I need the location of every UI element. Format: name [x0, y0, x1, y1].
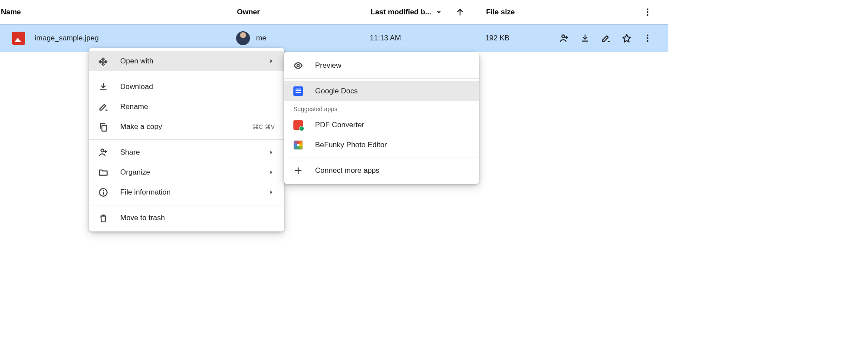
menu-divider — [89, 74, 284, 74]
owner-avatar — [236, 31, 250, 45]
menu-item-organize[interactable]: Organize — [89, 162, 284, 182]
file-last-modified: 11:13 AM — [370, 34, 401, 42]
submenu-item-befunky[interactable]: BeFunky Photo Editor — [284, 135, 479, 155]
menu-item-download[interactable]: Download — [89, 77, 284, 97]
share-icon[interactable] — [559, 33, 569, 43]
person-add-icon — [99, 148, 108, 157]
rename-icon[interactable] — [601, 33, 611, 43]
open-with-submenu: Preview Google Docs Suggested apps PDF C… — [284, 52, 479, 184]
menu-item-move-to-trash[interactable]: Move to trash — [89, 208, 284, 228]
menu-divider — [89, 205, 284, 205]
download-icon[interactable] — [580, 33, 590, 43]
submenu-item-google-docs[interactable]: Google Docs — [284, 81, 479, 101]
menu-divider — [89, 139, 284, 140]
submenu-item-connect-more-apps[interactable]: Connect more apps — [284, 161, 479, 181]
pdf-converter-icon — [293, 120, 303, 130]
copy-icon — [99, 122, 108, 132]
befunky-icon — [293, 140, 303, 150]
submenu-item-preview[interactable]: Preview — [284, 56, 479, 76]
folder-icon — [99, 168, 108, 177]
menu-item-file-information[interactable]: File information — [89, 182, 284, 202]
info-icon — [99, 188, 108, 197]
submenu-item-pdf-converter[interactable]: PDF Converter — [284, 115, 479, 135]
chevron-right-icon — [269, 189, 275, 195]
context-menu: Open with Download Rename Make a copy ⌘C… — [89, 48, 284, 231]
column-header-name[interactable]: Name — [1, 8, 21, 16]
menu-item-rename[interactable]: Rename — [89, 97, 284, 117]
preview-icon — [293, 61, 303, 70]
trash-icon — [99, 213, 108, 223]
star-icon[interactable] — [621, 33, 632, 43]
more-options-icon[interactable] — [642, 7, 653, 17]
submenu-divider — [284, 78, 479, 79]
google-docs-icon — [293, 86, 303, 96]
file-list-header: Name Owner Last modified b... File size — [0, 0, 668, 24]
submenu-divider — [284, 158, 479, 158]
dropdown-icon — [435, 8, 443, 16]
file-size: 192 KB — [485, 34, 510, 42]
more-actions-icon[interactable] — [642, 33, 653, 43]
column-header-last-modified[interactable]: Last modified b... — [371, 8, 443, 16]
chevron-right-icon — [269, 58, 275, 64]
chevron-right-icon — [269, 169, 275, 175]
rename-icon — [99, 102, 108, 112]
column-header-owner[interactable]: Owner — [237, 8, 260, 16]
image-file-icon — [12, 32, 25, 45]
menu-item-open-with[interactable]: Open with — [89, 51, 284, 71]
file-name: image_sample.jpeg — [35, 34, 99, 43]
move-icon — [99, 56, 108, 66]
sort-ascending-icon[interactable] — [455, 7, 465, 17]
chevron-right-icon — [269, 149, 275, 155]
column-header-file-size[interactable]: File size — [486, 8, 515, 16]
plus-icon — [293, 166, 303, 175]
menu-item-share[interactable]: Share — [89, 142, 284, 162]
submenu-heading-suggested-apps: Suggested apps — [284, 101, 479, 115]
keyboard-shortcut: ⌘C ⌘V — [253, 123, 275, 130]
file-owner: me — [256, 34, 266, 43]
menu-item-make-a-copy[interactable]: Make a copy ⌘C ⌘V — [89, 117, 284, 137]
download-icon — [99, 82, 108, 92]
